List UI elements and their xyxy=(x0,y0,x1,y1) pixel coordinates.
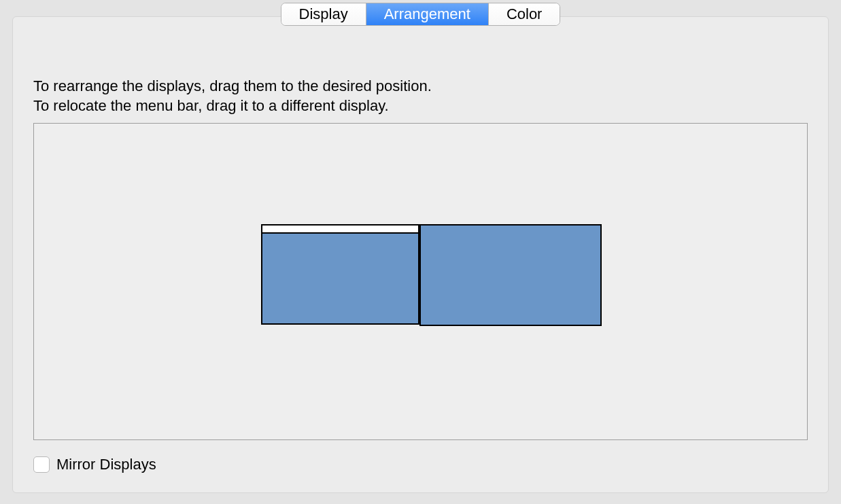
display-secondary[interactable] xyxy=(419,224,602,326)
display-primary[interactable] xyxy=(261,224,419,325)
instruction-text: To rearrange the displays, drag them to … xyxy=(33,77,432,115)
displays-stage xyxy=(34,124,807,439)
mirror-displays-row: Mirror Displays xyxy=(33,456,156,473)
tab-color-label: Color xyxy=(507,7,543,22)
arrangement-well xyxy=(33,123,808,440)
instruction-line-2: To relocate the menu bar, drag it to a d… xyxy=(33,96,432,116)
tab-display-label: Display xyxy=(299,7,348,22)
tab-arrangement[interactable]: Arrangement xyxy=(366,3,489,25)
tab-display[interactable]: Display xyxy=(281,3,366,25)
tabs-segmented-control: Display Arrangement Color xyxy=(281,3,561,26)
menu-bar-strip[interactable] xyxy=(262,226,418,234)
arrangement-panel: To rearrange the displays, drag them to … xyxy=(12,16,829,493)
mirror-displays-checkbox[interactable] xyxy=(33,456,50,473)
tab-color[interactable]: Color xyxy=(489,3,560,25)
mirror-displays-label: Mirror Displays xyxy=(56,456,156,473)
tab-arrangement-label: Arrangement xyxy=(384,7,470,22)
display-prefs-window: To rearrange the displays, drag them to … xyxy=(0,0,841,504)
instruction-line-1: To rearrange the displays, drag them to … xyxy=(33,77,432,96)
